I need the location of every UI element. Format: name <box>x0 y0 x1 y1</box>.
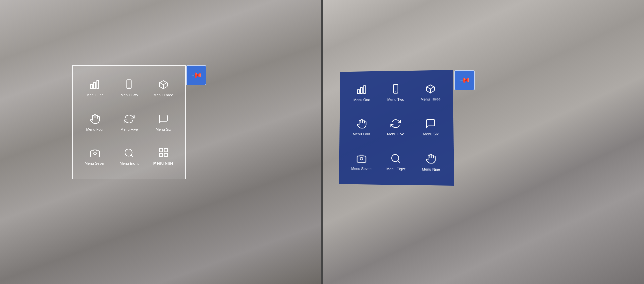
right-panel: Menu One Menu Two Menu Three Menu Four <box>322 0 644 284</box>
cube-icon <box>158 79 169 92</box>
right-menu-panel: Menu One Menu Two Menu Three Menu Four <box>339 70 454 186</box>
right-menu-item-six[interactable]: Menu Six <box>415 112 447 143</box>
left-panel: Menu One Menu Two Menu Three Menu Four <box>0 0 322 284</box>
right-menu-one-label: Menu One <box>353 98 370 102</box>
left-menu-item-three[interactable]: Menu Three <box>148 73 179 103</box>
refresh-icon-r <box>390 118 401 131</box>
svg-line-21 <box>398 161 400 163</box>
left-menu-seven-label: Menu Seven <box>85 161 105 165</box>
left-menu-item-six[interactable]: Menu Six <box>148 107 179 138</box>
right-menu-item-seven[interactable]: Menu Seven <box>346 146 377 178</box>
left-menu-item-seven[interactable]: Menu Seven <box>79 141 110 172</box>
svg-point-6 <box>94 152 96 155</box>
svg-rect-15 <box>364 86 365 94</box>
hand-icon <box>90 114 100 126</box>
svg-rect-10 <box>164 149 167 152</box>
left-menu-item-two[interactable]: Menu Two <box>114 73 145 103</box>
right-menu-eight-label: Menu Eight <box>386 167 405 171</box>
left-menu-four-label: Menu Four <box>86 127 104 131</box>
svg-rect-11 <box>159 153 162 156</box>
hand-icon-r <box>356 119 367 131</box>
svg-point-7 <box>125 149 132 156</box>
chat-icon-r <box>425 118 436 131</box>
pin-icon-left: 📌 <box>190 69 202 81</box>
right-menu-item-nine[interactable]: Menu Nine <box>415 146 447 179</box>
hand-alt-icon-r <box>425 153 436 166</box>
svg-rect-12 <box>164 153 167 156</box>
svg-line-8 <box>131 155 133 157</box>
right-menu-seven-label: Menu Seven <box>351 166 372 171</box>
panel-divider <box>321 0 323 284</box>
pin-icon-right: 📌 <box>458 74 471 86</box>
left-menu-item-four[interactable]: Menu Four <box>79 107 110 138</box>
left-menu-item-eight[interactable]: Menu Eight <box>114 141 145 172</box>
right-menu-three-label: Menu Three <box>421 97 441 101</box>
right-pin-button[interactable]: 📌 <box>454 70 475 90</box>
phone-icon <box>124 79 135 92</box>
bar-chart-icon <box>90 79 100 92</box>
right-menu-item-eight[interactable]: Menu Eight <box>380 146 412 178</box>
phone-icon-r <box>390 84 401 96</box>
right-menu-six-label: Menu Six <box>423 132 439 136</box>
left-menu-three-label: Menu Three <box>153 93 173 97</box>
cube-icon-r <box>425 84 436 96</box>
svg-rect-2 <box>97 81 98 89</box>
right-menu-two-label: Menu Two <box>387 97 404 101</box>
bar-chart-icon-r <box>357 84 367 97</box>
right-menu-item-four[interactable]: Menu Four <box>346 112 377 143</box>
refresh-icon <box>124 114 135 126</box>
right-menu-item-two[interactable]: Menu Two <box>380 77 412 109</box>
left-menu-five-label: Menu Five <box>120 127 138 131</box>
svg-point-20 <box>392 154 399 162</box>
left-menu-eight-label: Menu Eight <box>120 161 139 165</box>
right-menu-item-three[interactable]: Menu Three <box>415 77 446 108</box>
svg-rect-0 <box>91 85 92 89</box>
left-menu-six-label: Menu Six <box>156 127 171 131</box>
search-icon <box>124 148 135 160</box>
left-menu-two-label: Menu Two <box>121 93 138 97</box>
left-menu-panel: Menu One Menu Two Menu Three Menu Four <box>72 65 186 179</box>
svg-point-19 <box>360 157 363 160</box>
svg-rect-9 <box>159 149 162 152</box>
right-menu-nine-label: Menu Nine <box>422 167 440 171</box>
right-menu-four-label: Menu Four <box>353 132 370 136</box>
chat-icon <box>158 114 169 126</box>
right-menu-item-five[interactable]: Menu Five <box>380 112 411 143</box>
app-container: Menu One Menu Two Menu Three Menu Four <box>0 0 644 284</box>
left-menu-item-five[interactable]: Menu Five <box>114 107 145 138</box>
search-icon-r <box>390 153 401 166</box>
left-menu-item-nine[interactable]: Menu Nine <box>148 141 179 172</box>
camera-icon <box>90 148 100 160</box>
grid-icon <box>158 147 169 160</box>
svg-rect-13 <box>357 90 359 94</box>
left-pin-button[interactable]: 📌 <box>186 65 206 85</box>
left-menu-one-label: Menu One <box>86 93 103 97</box>
left-menu-nine-label: Menu Nine <box>153 161 174 166</box>
left-menu-item-one[interactable]: Menu One <box>79 73 110 103</box>
svg-rect-14 <box>360 88 362 94</box>
svg-rect-1 <box>94 82 95 89</box>
right-menu-five-label: Menu Five <box>387 132 404 136</box>
right-menu-item-one[interactable]: Menu One <box>346 78 377 109</box>
camera-icon-r <box>356 153 367 165</box>
